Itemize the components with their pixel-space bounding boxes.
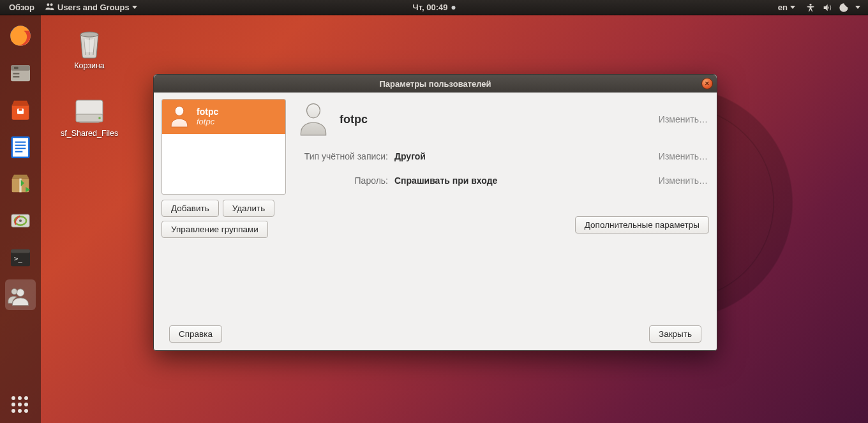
- users-settings-dialog: Параметры пользователей fotpc fotpc: [153, 74, 717, 351]
- desktop-label: sf_Shared_Files: [61, 129, 118, 138]
- user-detail-pane: fotpc Изменить… Тип учётной записи: Друг…: [295, 99, 709, 238]
- dock-software[interactable]: [5, 94, 36, 125]
- avatar-icon: [167, 103, 191, 129]
- help-button[interactable]: Справка: [169, 325, 222, 343]
- power-icon[interactable]: [839, 3, 849, 13]
- dock-writer[interactable]: [5, 131, 36, 162]
- svg-rect-13: [15, 148, 26, 149]
- svg-rect-14: [15, 151, 23, 152]
- dock-files[interactable]: [5, 57, 36, 88]
- desktop-label: Корзина: [74, 61, 105, 70]
- top-panel: Обзор Users and Groups Чт, 00:49 en: [0, 0, 868, 15]
- svg-rect-12: [15, 145, 26, 146]
- change-account-type-link[interactable]: Изменить…: [650, 151, 708, 161]
- svg-rect-9: [12, 137, 29, 158]
- svg-rect-4: [13, 73, 19, 75]
- svg-point-0: [809, 3, 811, 5]
- drive-icon: [73, 94, 105, 126]
- avatar-icon: [297, 101, 332, 137]
- people-icon: [45, 1, 55, 13]
- app-menu-label: Users and Groups: [57, 3, 130, 12]
- password-label: Пароль:: [297, 175, 388, 186]
- change-password-link[interactable]: Изменить…: [650, 175, 708, 186]
- svg-point-20: [19, 219, 22, 222]
- close-dialog-button[interactable]: Закрыть: [649, 325, 701, 343]
- svg-text:>_: >_: [14, 255, 23, 263]
- trash-icon: [73, 27, 105, 59]
- app-menu[interactable]: Users and Groups: [41, 1, 141, 13]
- svg-rect-8: [19, 108, 22, 110]
- svg-rect-11: [15, 142, 26, 143]
- desktop-trash[interactable]: Корзина: [61, 27, 118, 70]
- close-button[interactable]: [701, 78, 713, 89]
- dock-users-groups[interactable]: [5, 279, 36, 310]
- user-display-name: fotpc: [340, 113, 368, 126]
- clock[interactable]: Чт, 00:49: [413, 3, 456, 12]
- notification-dot-icon: [452, 6, 456, 10]
- user-login: fotpc: [197, 117, 218, 126]
- dock-disks[interactable]: [5, 205, 36, 236]
- show-applications-button[interactable]: [11, 396, 29, 414]
- dock-terminal[interactable]: >_: [5, 242, 36, 273]
- dock-package[interactable]: [5, 168, 36, 199]
- dialog-title: Параметры пользователей: [379, 79, 491, 89]
- desktop-shared-folder[interactable]: sf_Shared_Files: [61, 94, 118, 138]
- svg-rect-3: [11, 65, 30, 70]
- dialog-titlebar[interactable]: Параметры пользователей: [154, 75, 717, 93]
- svg-rect-5: [13, 76, 19, 78]
- svg-rect-6: [14, 67, 19, 69]
- password-value: Спрашивать при входе: [394, 175, 650, 186]
- user-list-item[interactable]: fotpc fotpc: [162, 100, 285, 134]
- volume-icon[interactable]: [822, 3, 832, 13]
- dock: >_: [0, 15, 41, 423]
- user-list[interactable]: fotpc fotpc: [161, 99, 286, 195]
- svg-rect-22: [11, 249, 30, 253]
- svg-point-26: [98, 117, 101, 119]
- dock-firefox[interactable]: [5, 20, 36, 51]
- account-type-label: Тип учётной записи:: [297, 151, 388, 161]
- user-name: fotpc: [197, 107, 218, 117]
- change-name-link[interactable]: Изменить…: [650, 114, 708, 124]
- accessibility-icon[interactable]: [805, 3, 816, 13]
- delete-user-button[interactable]: Удалить: [223, 200, 275, 217]
- add-user-button[interactable]: Добавить: [161, 200, 219, 217]
- chevron-down-icon: [132, 6, 137, 9]
- keyboard-layout-indicator[interactable]: en: [774, 3, 799, 12]
- chevron-down-icon: [790, 6, 795, 9]
- account-type-value: Другой: [394, 151, 650, 161]
- svg-point-24: [80, 32, 98, 37]
- chevron-down-icon[interactable]: [855, 6, 860, 9]
- activities-button[interactable]: Обзор: [5, 3, 38, 12]
